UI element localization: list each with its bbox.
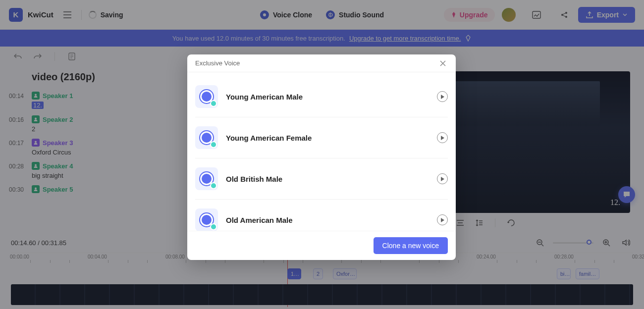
play-icon[interactable] xyxy=(437,214,448,225)
modal-title: Exclusive Voice xyxy=(195,59,240,67)
modal-header: Exclusive Voice xyxy=(187,54,456,72)
voice-item[interactable]: Young American Male xyxy=(195,76,448,117)
voice-item[interactable]: Old American Male xyxy=(195,200,448,231)
play-icon[interactable] xyxy=(437,132,448,143)
voice-list: Young American MaleYoung American Female… xyxy=(187,72,456,231)
app-root: K KwiCut Saving Voice Clone Studio Sound xyxy=(0,0,644,309)
modal-footer: Clone a new voice xyxy=(187,231,456,260)
voice-name: Old American Male xyxy=(226,216,293,224)
voice-name: Young American Male xyxy=(226,93,303,101)
voice-avatar-icon xyxy=(195,126,218,149)
play-icon[interactable] xyxy=(437,91,448,102)
play-icon[interactable] xyxy=(437,173,448,184)
voice-item[interactable]: Young American Female xyxy=(195,117,448,158)
clone-new-voice-button[interactable]: Clone a new voice xyxy=(374,237,448,254)
voice-name: Old British Male xyxy=(226,175,282,183)
exclusive-voice-modal: Exclusive Voice Young American MaleYoung… xyxy=(187,54,456,260)
voice-avatar-icon xyxy=(195,167,218,190)
voice-avatar-icon xyxy=(195,85,218,108)
close-icon[interactable] xyxy=(438,58,448,68)
voice-name: Young American Female xyxy=(226,134,312,142)
voice-item[interactable]: Old British Male xyxy=(195,158,448,200)
voice-avatar-icon xyxy=(195,208,218,231)
